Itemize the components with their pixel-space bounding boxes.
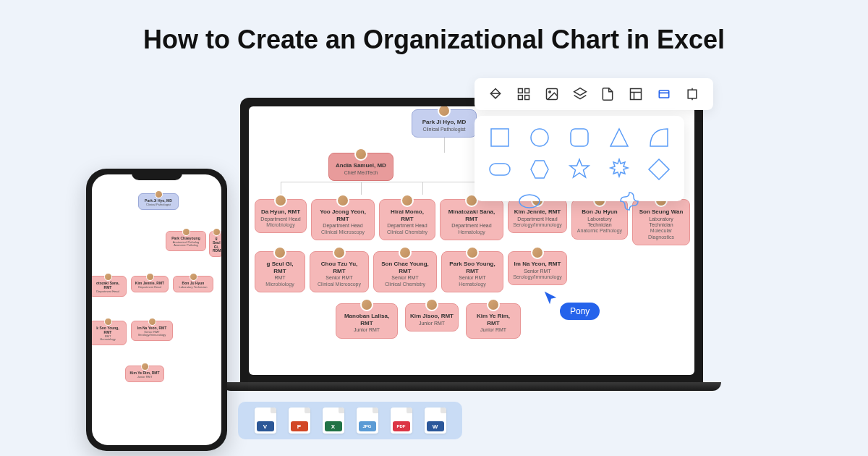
avatar-icon <box>531 246 544 259</box>
org-node[interactable]: Da Hyun, RMT Department Head Microbiolog… <box>255 199 307 233</box>
svg-point-13 <box>519 195 540 208</box>
avatar-icon <box>399 246 412 259</box>
page-icon[interactable] <box>600 87 615 101</box>
phone-frame: Park Ji Hyo, MD Clinical Pathologist Par… <box>86 169 227 451</box>
phone-notch <box>132 169 182 180</box>
export-pdf-button[interactable]: PDF <box>391 408 412 434</box>
avatar-icon <box>190 273 197 281</box>
container-icon[interactable] <box>657 87 671 101</box>
avatar-icon <box>425 298 438 311</box>
layers-icon[interactable] <box>573 87 587 101</box>
export-excel-button[interactable]: X <box>323 408 344 434</box>
org-node[interactable]: Im Na Yeon, RMT Senior RMT Serology/Immu… <box>508 251 567 285</box>
shape-rounded-rect[interactable] <box>488 158 511 181</box>
svg-rect-1 <box>525 89 529 93</box>
export-visio-button[interactable]: V <box>255 408 276 434</box>
org-node[interactable]: Bon Ju Hyun Laboratory Technician <box>173 276 213 292</box>
svg-point-5 <box>549 91 551 93</box>
shape-burst[interactable] <box>608 158 631 181</box>
org-node[interactable]: Chou Tzu Yu, RMT Senior RMT Clinical Mic… <box>310 251 369 292</box>
org-node[interactable]: Park Ji Hyo, MD Clinical Pathologist <box>138 193 179 210</box>
export-jpg-button[interactable]: JPG <box>357 408 378 434</box>
org-node[interactable]: Yoo Jeong Yeon, RMT Department Head Clin… <box>311 199 375 240</box>
frame-icon[interactable] <box>685 87 699 101</box>
export-bar: V P X JPG PDF W <box>238 402 462 439</box>
avatar-icon <box>336 194 349 207</box>
avatar-icon <box>104 273 112 281</box>
avatar-icon <box>438 106 451 117</box>
fill-icon[interactable] <box>488 87 503 101</box>
org-node[interactable]: Kim Ye Rim, RMT Junior RMT <box>125 366 164 382</box>
avatar-icon <box>146 273 154 281</box>
svg-point-10 <box>531 129 548 146</box>
shape-rounded-square[interactable] <box>568 126 591 149</box>
org-node[interactable]: Park Chaeyoung Anatomical Patholog Anato… <box>166 231 206 251</box>
cursor-icon <box>542 290 558 305</box>
avatar-icon <box>360 298 373 311</box>
svg-rect-0 <box>519 89 523 93</box>
collaborator-cursor: Pony <box>542 290 558 308</box>
shape-triangle[interactable] <box>608 126 631 149</box>
org-node[interactable]: Im Na Yeon, RMT Senior RMT Serology/Immu… <box>131 321 173 341</box>
layout-icon[interactable] <box>629 87 643 101</box>
avatar-icon <box>155 190 163 198</box>
svg-rect-8 <box>688 90 697 98</box>
page-title: How to Create an Organizational Chart in… <box>0 25 868 55</box>
collaborator-name: Pony <box>560 303 600 320</box>
avatar-icon <box>141 363 149 371</box>
avatar-icon <box>182 228 190 236</box>
org-node[interactable]: Hirai Momo, RMT Department Head Clinical… <box>379 199 435 240</box>
shape-diamond[interactable] <box>647 158 671 181</box>
avatar-icon <box>274 194 287 207</box>
shape-square[interactable] <box>488 126 511 149</box>
shape-hexagon[interactable] <box>528 158 551 181</box>
export-word-button[interactable]: W <box>425 408 446 434</box>
org-node[interactable]: Kim Jisoo, RMT Junior RMT <box>405 303 459 332</box>
apps-icon[interactable] <box>516 87 531 101</box>
laptop-base <box>222 382 721 391</box>
shape-star[interactable] <box>568 158 591 181</box>
svg-rect-2 <box>519 96 523 100</box>
shape-flower[interactable] <box>618 190 641 213</box>
avatar-icon <box>148 318 156 326</box>
org-node-top[interactable]: Park Ji Hyo, MD Clinical Pathologist <box>412 109 477 138</box>
shapes-panel <box>475 116 684 201</box>
org-node[interactable]: Kim Ye Rim, RMT Junior RMT <box>466 303 521 339</box>
avatar-icon <box>487 298 500 311</box>
org-node[interactable]: Son Chae Young, RMT Senior RMT Clinical … <box>373 251 437 292</box>
toolbar <box>475 78 713 110</box>
org-node[interactable]: k Soo Young, RMT RMT Hematology <box>92 321 127 345</box>
image-icon[interactable] <box>545 87 559 101</box>
org-node[interactable]: Son Seung Wan Laboratory Technician Mole… <box>632 199 690 245</box>
svg-rect-12 <box>490 164 510 175</box>
avatar-icon <box>401 194 414 207</box>
org-node[interactable]: Manoban Lalisa, RMT Junior RMT <box>336 303 398 339</box>
svg-rect-7 <box>659 90 668 98</box>
avatar-icon <box>213 228 221 236</box>
phone-screen: Park Ji Hyo, MD Clinical Pathologist Par… <box>92 174 221 445</box>
avatar-icon <box>333 246 346 259</box>
export-powerpoint-button[interactable]: P <box>289 408 310 434</box>
org-node[interactable]: Park Soo Young, RMT Senior RMT Hematolog… <box>441 251 503 292</box>
avatar-icon <box>104 318 112 326</box>
avatar-icon <box>273 246 286 259</box>
svg-rect-6 <box>631 89 642 100</box>
avatar-icon <box>466 246 479 259</box>
org-node-chief[interactable]: Andia Samuel, MD Chief MedTech <box>328 153 393 181</box>
shape-ellipse[interactable] <box>518 190 541 213</box>
org-node[interactable]: Kim Jennie, RMT Department Head <box>131 276 169 292</box>
org-node[interactable]: Minatozaki Sana, RMT Department Head Hem… <box>440 199 503 240</box>
org-node[interactable]: g Seul Gi, RMT RMT Microbiology <box>255 251 305 292</box>
svg-rect-11 <box>571 129 588 146</box>
shape-leaf[interactable] <box>647 126 671 149</box>
shape-circle[interactable] <box>528 126 551 149</box>
org-node[interactable]: otozaki Sana, RMT Department Head <box>92 276 127 297</box>
svg-rect-9 <box>491 129 509 146</box>
org-node[interactable]: g Seul Gi, RDMS <box>209 231 221 257</box>
svg-rect-3 <box>525 96 529 100</box>
avatar-icon <box>354 148 367 161</box>
